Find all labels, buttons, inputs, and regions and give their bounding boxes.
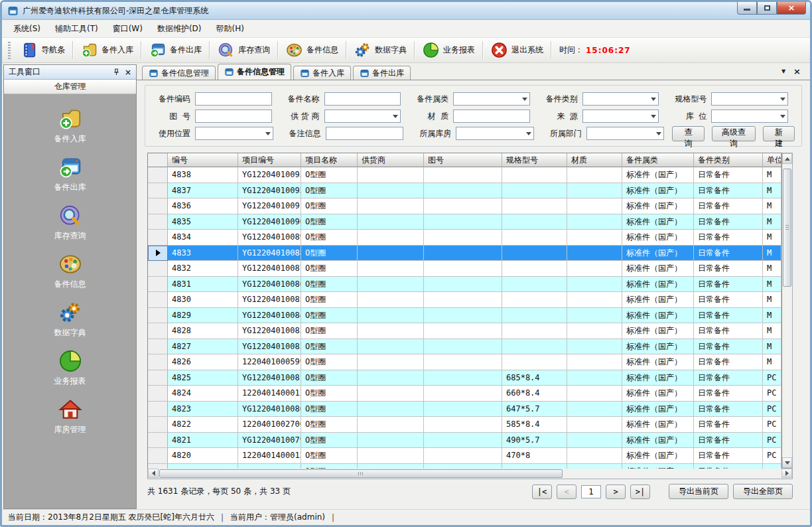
table-row[interactable]: 48201220401400013O型圈470*8标准件（国产）日常备件PC [148,448,781,464]
maximize-button[interactable] [757,2,777,15]
column-header-no[interactable]: 编号 [168,153,238,167]
location-select[interactable] [711,110,788,123]
table-row[interactable]: 48241220401400012O型圈660*8.4标准件（国产）日常备件PC [148,386,781,402]
horizontal-scroll-track[interactable] [159,469,781,479]
toolbar-button-part-outbound[interactable]: 备件出库 [143,40,208,61]
column-header-part-category[interactable]: 备件属类 [622,153,694,167]
column-header-unit[interactable]: 单位 [763,153,781,167]
department-select[interactable] [586,127,665,140]
scroll-left-icon[interactable] [148,469,159,478]
material-input[interactable] [453,110,530,123]
menu-item-window[interactable]: 窗口(W) [105,21,150,36]
pin-icon[interactable] [113,68,120,76]
page-number-input[interactable] [581,485,601,498]
export-all-pages-button[interactable]: 导出全部页 [733,484,793,499]
horizontal-scroll-thumb[interactable] [159,469,563,478]
sidebar-item-part-info[interactable]: 备件信息 [4,252,136,290]
tab-list-dropdown-icon[interactable]: ▼ [781,68,785,74]
toolbar-grip[interactable] [8,42,11,59]
sidebar-item-biz-report[interactable]: 业务报表 [4,348,136,387]
table-row[interactable]: 4835YG12204010090O型圈标准件（国产）日常备件M [148,214,781,230]
table-row[interactable]: 4833YG12204010088O型圈标准件（国产）日常备件M [148,246,781,262]
table-row[interactable]: O型圈标准件（国产）日常备件 [148,464,781,469]
first-page-button[interactable]: |< [532,485,552,499]
sidebar-group-warehouse[interactable]: 仓库管理 [4,80,136,94]
table-row[interactable]: 4821YG12204010079O型圈490*5.7标准件（国产）日常备件PC [148,433,781,449]
supplier-select[interactable] [324,110,401,123]
remark-input[interactable] [326,127,404,140]
sidebar-item-warehouse-mgmt[interactable]: 库房管理 [4,397,136,435]
toolbar-button-nav-bar[interactable]: 导航条 [14,40,71,61]
menu-item-data-maintenance[interactable]: 数据维护(D) [150,21,209,36]
scroll-up-icon[interactable] [782,153,792,164]
table-row[interactable]: 4832YG12204010087O型圈标准件（国产）日常备件M [148,261,781,277]
sidebar-item-part-outbound[interactable]: 备件出库 [4,155,136,193]
tab-close-icon[interactable]: × [793,67,801,76]
horizontal-scrollbar[interactable] [147,469,793,479]
part-code-input[interactable] [195,92,272,106]
sidebar-item-data-dict[interactable]: 数据字典 [4,300,136,339]
panel-close-icon[interactable]: × [125,68,131,76]
drawing-no-input[interactable] [195,110,272,123]
tab-part-info-mgmt-2[interactable]: 备件信息管理 [218,64,291,80]
column-header-project-name[interactable]: 项目名称 [301,153,358,167]
table-row[interactable]: 4838YG12204010093O型圈标准件（国产）日常备件M [148,167,781,183]
column-header-drawing-no[interactable]: 图号 [424,153,502,167]
row-indicator-cell [148,292,168,308]
table-row[interactable]: 48221220401002700O型圈585*8.4标准件（国产）日常备件PC [148,417,781,433]
column-header-material[interactable]: 材质 [567,153,622,167]
toolbar-button-part-info[interactable]: 备件信息 [279,40,344,61]
next-page-button[interactable]: > [606,485,626,499]
vertical-scrollbar[interactable] [781,153,793,469]
table-row[interactable]: 4834YG12204010089O型圈标准件（国产）日常备件M [148,230,781,246]
tab-part-info-mgmt-1[interactable]: 备件信息管理 [142,66,216,80]
toolbar-button-part-inbound[interactable]: 备件入库 [74,40,139,61]
table-row[interactable]: 4827YG12204010082O型圈标准件（国产）日常备件M [148,339,781,355]
source-select[interactable] [582,110,659,123]
close-button[interactable]: × [777,2,806,15]
vertical-scroll-thumb[interactable] [783,169,791,287]
toolbar-button-exit-system[interactable]: 退出系统 [484,40,549,61]
tab-part-inbound[interactable]: 备件入库 [293,66,351,80]
table-row[interactable]: 48261220401000599O型圈标准件（国产）日常备件M [148,354,781,370]
minimize-button[interactable] [737,2,757,15]
sidebar-item-part-inbound[interactable]: 备件入库 [4,106,136,145]
table-row[interactable]: 4823YG12204010080O型圈647*5.7标准件（国产）日常备件PC [148,402,781,417]
prev-page-button[interactable]: < [557,485,576,499]
table-cell: 标准件（国产） [622,277,694,293]
scroll-down-icon[interactable] [782,457,792,468]
spec-model-select[interactable] [711,92,788,106]
column-header-project-no[interactable]: 项目编号 [238,153,301,167]
sidebar-item-stock-query[interactable]: 库存查询 [4,203,136,242]
table-row[interactable]: 4837YG12204010092O型圈标准件（国产）日常备件M [148,183,781,199]
table-row[interactable]: 4829YG12204010084O型圈标准件（国产）日常备件M [148,308,781,324]
part-category-select[interactable] [453,92,530,106]
query-button[interactable]: 查询 [672,126,704,141]
export-current-page-button[interactable]: 导出当前页 [669,484,728,499]
tab-part-outbound[interactable]: 备件出库 [353,66,411,80]
table-row[interactable]: 4836YG12204010091O型圈标准件（国产）日常备件M [148,198,781,214]
table-cell [567,198,622,214]
table-row[interactable]: 4828YG12204010083O型圈标准件（国产）日常备件M [148,323,781,339]
table-row[interactable]: 4830YG12204010085O型圈标准件（国产）日常备件M [148,292,781,308]
menu-item-system[interactable]: 系统(S) [6,21,48,36]
usage-position-select[interactable] [195,127,273,140]
column-header-part-type[interactable]: 备件类别 [694,153,763,167]
last-page-button[interactable]: >| [630,485,650,499]
column-header-spec-model[interactable]: 规格型号 [502,153,567,167]
toolbar-button-data-dict[interactable]: 数据字典 [348,40,413,61]
menu-item-help[interactable]: 帮助(H) [209,21,251,36]
table-row[interactable]: 4825YG12204010081O型圈685*8.4标准件（国产）日常备件PC [148,370,781,386]
toolbar-button-stock-query[interactable]: 库存查询 [211,40,276,61]
toolbar-button-biz-report[interactable]: 业务报表 [416,40,481,61]
advanced-query-button[interactable]: 高级查询 [712,126,756,141]
part-type-select[interactable] [582,92,659,106]
table-row[interactable]: 4831YG12204010086O型圈标准件（国产）日常备件M [148,277,781,293]
vertical-scroll-track[interactable] [782,164,792,457]
column-header-supplier[interactable]: 供货商 [358,153,424,167]
scroll-right-icon[interactable] [781,469,792,478]
part-name-input[interactable] [324,92,401,106]
menu-item-aux-tools[interactable]: 辅助工具(T) [48,21,105,36]
warehouse-select[interactable] [456,127,534,140]
new-button[interactable]: 新建 [763,126,795,141]
